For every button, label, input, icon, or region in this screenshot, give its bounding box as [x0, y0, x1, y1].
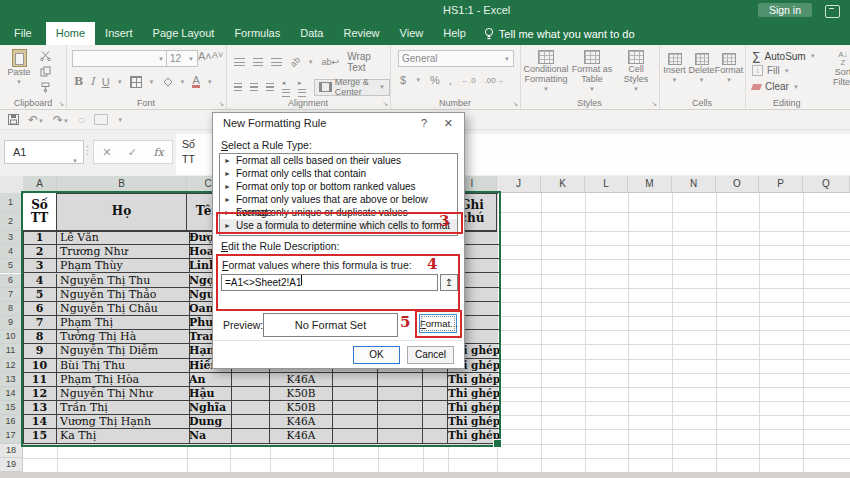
format-cells-button[interactable]: Format▼: [715, 53, 743, 85]
cell-B11[interactable]: Nguyễn Thị Diễm: [57, 344, 190, 358]
decrease-indent-icon[interactable]: ◂: [282, 75, 290, 99]
align-center-icon[interactable]: [250, 83, 258, 91]
cell-G16[interactable]: [378, 415, 423, 429]
cell-C14[interactable]: Hậu: [187, 387, 232, 401]
cell-G17[interactable]: [378, 429, 423, 443]
row-header-3[interactable]: 3: [0, 231, 23, 245]
column-header-M[interactable]: M: [628, 176, 672, 193]
cell-A6[interactable]: 4: [23, 274, 57, 288]
format-painter-icon[interactable]: [40, 82, 51, 93]
help-icon[interactable]: ?: [421, 117, 427, 129]
enter-icon[interactable]: ✓: [128, 146, 137, 159]
underline-dropdown-icon[interactable]: ▼: [117, 79, 123, 85]
cell-B10[interactable]: Tưởng Thị Hà: [57, 330, 190, 344]
cell-B8[interactable]: Nguyễn Thị Châu: [57, 302, 190, 316]
cell-I13[interactable]: Thi ghép: [448, 373, 500, 387]
font-dialog-launcher-icon[interactable]: ↘: [218, 100, 224, 108]
select-all-corner[interactable]: [0, 176, 24, 194]
undo-button[interactable]: ↶▼: [28, 113, 44, 127]
tab-help[interactable]: Help: [433, 22, 476, 45]
cell-A10[interactable]: 8: [23, 330, 57, 344]
insert-function-icon[interactable]: fx: [153, 146, 163, 159]
orientation-dropdown-icon[interactable]: ▼: [308, 59, 314, 65]
row-header-5[interactable]: 5: [0, 259, 23, 273]
align-middle-icon[interactable]: [253, 58, 264, 66]
cell-C17[interactable]: Na: [187, 429, 232, 443]
cell-I16[interactable]: Thi ghép: [448, 415, 500, 429]
cell-B13[interactable]: Phạm Thị Hòa: [57, 373, 190, 387]
tab-review[interactable]: Review: [333, 22, 389, 45]
redo-button[interactable]: ↷▼: [53, 113, 69, 127]
font-name-combo[interactable]: ▼: [72, 50, 168, 67]
row-header-9[interactable]: 9: [0, 316, 23, 330]
tab-view[interactable]: View: [390, 22, 434, 45]
cell-A8[interactable]: 6: [23, 302, 57, 316]
sort-filter-button[interactable]: A↓Z Sort Filter: [828, 51, 850, 87]
autosum-button[interactable]: ∑ AutoSum▼: [752, 49, 816, 63]
cell-A3[interactable]: 1: [23, 231, 57, 245]
clear-button[interactable]: Clear▼: [752, 81, 799, 92]
column-header-O[interactable]: O: [716, 176, 759, 193]
row-header-6[interactable]: 6: [0, 274, 23, 288]
cell-B14[interactable]: Nguyễn Thị Như: [57, 387, 190, 401]
cell-A9[interactable]: 7: [23, 316, 57, 330]
row-header-7[interactable]: 7: [0, 288, 23, 302]
cell-C13[interactable]: An: [187, 373, 232, 387]
cell-H16[interactable]: [423, 415, 448, 429]
clipboard-dialog-launcher-icon[interactable]: ↘: [58, 100, 64, 108]
row-header-15[interactable]: 15: [0, 401, 23, 415]
cell-I15[interactable]: Thi ghép: [448, 401, 500, 415]
cell-A17[interactable]: 15: [23, 429, 57, 443]
format-as-table-button[interactable]: Format as Table▼: [570, 50, 614, 94]
tab-page-layout[interactable]: Page Layout: [143, 22, 225, 45]
font-color-dropdown-icon[interactable]: ▼: [207, 79, 213, 85]
cell-B16[interactable]: Vương Thị Hạnh: [57, 415, 190, 429]
row-header-10[interactable]: 10: [0, 330, 23, 344]
align-bottom-icon[interactable]: [271, 58, 282, 66]
rule-type-option-5[interactable]: ►Format only unique or duplicate values: [220, 206, 457, 219]
header-cell-A1[interactable]: Số TT: [23, 193, 57, 232]
cell-C16[interactable]: Dung: [187, 415, 232, 429]
fill-color-icon[interactable]: [162, 76, 173, 87]
cell-F17[interactable]: [333, 429, 378, 443]
percent-format-icon[interactable]: %: [430, 74, 440, 86]
cell-B17[interactable]: Ka Thị: [57, 429, 190, 443]
row-header-11[interactable]: 11: [0, 344, 23, 358]
rule-type-listbox[interactable]: ►Format all cells based on their values …: [219, 153, 458, 236]
tab-data[interactable]: Data: [290, 22, 333, 45]
paste-button[interactable]: Paste ▼: [4, 49, 34, 87]
cell-F14[interactable]: [333, 387, 378, 401]
row-header-17[interactable]: 17: [0, 429, 23, 443]
header-cell-B1[interactable]: Họ: [57, 193, 187, 232]
cell-A7[interactable]: 5: [23, 288, 57, 302]
cancel-button[interactable]: Cancel: [407, 346, 454, 364]
save-icon[interactable]: [8, 114, 19, 125]
borders-icon[interactable]: [130, 76, 142, 88]
column-header-K[interactable]: K: [541, 176, 585, 193]
orientation-icon[interactable]: ab: [288, 55, 302, 69]
cell-E15[interactable]: K50B: [270, 401, 333, 415]
row-header-4[interactable]: 4: [0, 245, 23, 259]
column-header-A[interactable]: A: [23, 176, 57, 193]
underline-button[interactable]: U: [102, 76, 110, 88]
cell-A16[interactable]: 14: [23, 415, 57, 429]
cell-B4[interactable]: Trương Như: [57, 245, 190, 259]
rule-type-option-4[interactable]: ►Format only values that are above or be…: [220, 193, 457, 206]
column-header-N[interactable]: N: [672, 176, 716, 193]
cell-A4[interactable]: 2: [23, 245, 57, 259]
cell-A12[interactable]: 10: [23, 359, 57, 373]
cell-B6[interactable]: Nguyễn Thị Thu: [57, 274, 190, 288]
increase-indent-icon[interactable]: ▸: [298, 75, 306, 99]
decrease-decimal-icon[interactable]: .00→: [485, 76, 504, 85]
tab-home[interactable]: Home: [46, 22, 95, 45]
tell-me-box[interactable]: Tell me what you want to do: [476, 22, 635, 45]
row-header-1[interactable]: 1: [0, 193, 23, 212]
collapse-dialog-button[interactable]: ↥: [440, 274, 458, 291]
comma-format-icon[interactable]: ,: [449, 74, 452, 86]
rule-type-option-6-selected[interactable]: ►Use a formula to determine which cells …: [220, 219, 457, 232]
align-top-icon[interactable]: [234, 58, 245, 66]
row-header-8[interactable]: 8: [0, 302, 23, 316]
merge-center-button[interactable]: Merge & Center ▼: [314, 79, 390, 96]
column-header-P[interactable]: P: [759, 176, 803, 193]
cell-E14[interactable]: K50B: [270, 387, 333, 401]
